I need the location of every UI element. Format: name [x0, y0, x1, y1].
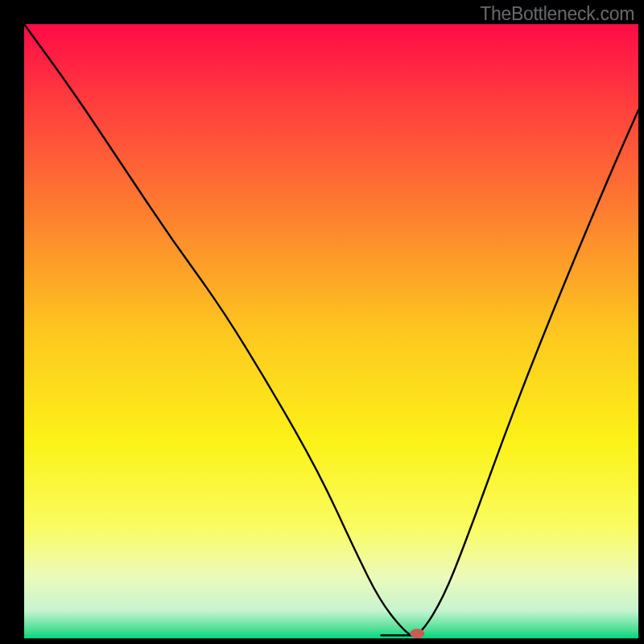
- plot-background: [24, 24, 638, 638]
- bottleneck-chart: [0, 0, 644, 644]
- optimal-point-marker: [410, 629, 424, 638]
- watermark-text: TheBottleneck.com: [480, 3, 634, 25]
- chart-frame: TheBottleneck.com: [0, 0, 644, 644]
